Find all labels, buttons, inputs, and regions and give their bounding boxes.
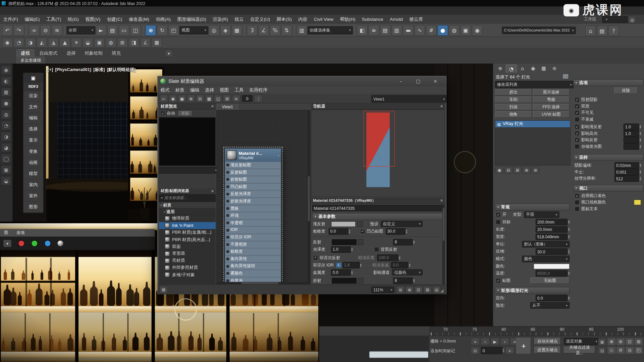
menu-item[interactable]: Substance	[359, 15, 386, 24]
select-by-name-icon[interactable]: ▤	[107, 25, 118, 36]
ribbon-toggle-icon[interactable]: ▬	[403, 25, 414, 36]
tab-modify[interactable]: ◔	[505, 64, 517, 72]
menu-item[interactable]: 猪云库	[406, 15, 426, 24]
mirror-icon[interactable]: ◧	[357, 25, 368, 36]
light-icon[interactable]: ◍	[106, 38, 116, 47]
tab-display[interactable]: ▦	[538, 65, 549, 72]
refract-color-swatch[interactable]	[332, 278, 356, 283]
pick-from-object-icon[interactable]: ◉	[169, 95, 177, 102]
tab-utilities[interactable]: ⊚	[549, 65, 560, 72]
rollout-basic-params[interactable]: 基本参数	[312, 213, 444, 220]
modifier-button[interactable]: FFD 选择	[533, 104, 570, 111]
no-map-button[interactable]: 无贴图	[530, 278, 570, 284]
select-and-move-icon[interactable]: ⊕	[145, 25, 156, 36]
node-slot[interactable]: 各向异性旋转	[225, 263, 281, 270]
rectangular-selection-region-icon[interactable]: ▭	[119, 25, 129, 36]
character-icon[interactable]: ◔	[13, 38, 24, 47]
zoom-level-dropdown[interactable]: 111%▾	[371, 287, 394, 293]
material-list-item[interactable]: 多维/子对象	[159, 271, 216, 278]
slate-menu-item[interactable]: 视图	[217, 86, 232, 94]
snaps-toggle-icon[interactable]: 3	[247, 25, 258, 36]
scene-explorer-icon[interactable]: ▤	[380, 25, 391, 36]
stack-item-vray-light[interactable]: ◍ VRay 灯光	[495, 121, 570, 127]
dock-icon[interactable]: ▣	[1, 165, 11, 174]
modifier-stack[interactable]: ◍ VRay 灯光	[495, 120, 571, 166]
tab-motion[interactable]: ◉	[528, 65, 538, 72]
menu-item[interactable]: Civil View	[311, 15, 337, 24]
rollout-viewport[interactable]: 视口	[573, 185, 644, 192]
pan-view-button[interactable]: ⊜	[616, 346, 625, 354]
curve-editor-icon[interactable]: ∿	[415, 25, 425, 36]
menu-item[interactable]: 文件(F)	[0, 15, 21, 24]
navigator-view-rect[interactable]	[364, 111, 395, 167]
modifier-list-dropdown[interactable]: 修改器列表▾	[495, 81, 574, 88]
modifier-button[interactable]: 弯曲	[533, 97, 570, 103]
material-list-item[interactable]: PBR 材质(高光反...)	[159, 236, 216, 243]
grid-icon[interactable]: ⊞	[117, 38, 128, 47]
add-time-tag[interactable]: 添加时间标记	[430, 348, 455, 354]
canvas-panel-tab[interactable]: 选项	[12, 230, 29, 236]
refract-map-button[interactable]	[358, 278, 364, 283]
node-slot[interactable]: 反射光泽度	[225, 191, 281, 198]
metalness-field[interactable]: 0.0	[331, 269, 351, 276]
preset-dropdown[interactable]: 自定义▾	[381, 221, 423, 227]
multiplier-field[interactable]: 30.0	[536, 248, 568, 255]
move-children-icon[interactable]: ▦	[205, 95, 213, 102]
node-slot[interactable]: 折射贴图	[225, 176, 281, 184]
view1-tab[interactable]: View1	[216, 104, 238, 110]
make-unique-icon[interactable]: ⊞	[514, 166, 522, 174]
key-filters-button[interactable]: 关键点过滤器...	[564, 346, 595, 353]
named-selection-dropdown[interactable]: 创建选择集▾	[308, 26, 353, 34]
green-color-swatch[interactable]	[31, 240, 38, 247]
light-type-dropdown[interactable]: 平面▾	[524, 212, 559, 218]
reflect-depth-field[interactable]: 8	[393, 239, 413, 245]
menu-item[interactable]: 工具(T)	[43, 15, 64, 24]
rollout-options[interactable]: 选项	[573, 79, 644, 86]
ribbon-subtab[interactable]: 多边形建模	[16, 57, 45, 64]
script-toolbar-button[interactable]: 室外	[23, 190, 43, 201]
script-toolbar-button[interactable]: 文件	[23, 102, 43, 113]
set-key-big-button[interactable]: +	[516, 338, 531, 354]
preview-type-dropdown[interactable]: ▾	[159, 167, 219, 174]
window-crossing-toggle-icon[interactable]: ◫	[130, 25, 141, 36]
script-toolbar-button[interactable]: 模型	[23, 168, 43, 179]
update-preview-button[interactable]: 更新	[178, 111, 192, 116]
select-and-link-icon[interactable]: ∞	[29, 25, 40, 36]
diffuse-color-swatch[interactable]	[331, 221, 356, 227]
spinner-snap-icon[interactable]: ⇅	[281, 25, 292, 36]
project-path-field[interactable]: C:\Users\Dell\Documents\3ds Max 2022▾	[502, 27, 576, 34]
node-slot[interactable]: 漫反射贴图	[225, 162, 281, 169]
length-field[interactable]: 20.0mm	[536, 226, 568, 233]
select-object-icon[interactable]: ►	[96, 25, 106, 36]
slate-menu-item[interactable]: 选择	[202, 86, 217, 94]
set-key-button[interactable]: 设置关键点	[534, 346, 560, 353]
terrain-icon[interactable]: ▲	[60, 38, 70, 47]
search-materials-input[interactable]: 按名称搜索...	[164, 195, 187, 201]
dock-icon[interactable]: ◯	[1, 154, 11, 163]
menu-item[interactable]: 视图(V)	[82, 15, 103, 24]
menu-item[interactable]: 内容	[295, 15, 311, 24]
next-key-button[interactable]: »	[505, 347, 514, 354]
zoom-extents-icon[interactable]: ⊞	[423, 286, 431, 293]
menu-item[interactable]: 自定义(U)	[247, 15, 273, 24]
viewport-menu-token[interactable]: [+][PhysCamera001][标准][默认明暗处理]	[48, 67, 138, 73]
material-id-icon[interactable]: ◫	[214, 95, 222, 102]
close-icon[interactable]: ✕	[440, 199, 443, 203]
params-scrollbar[interactable]	[442, 204, 445, 285]
selection-lock-toggle[interactable]: ⊠	[598, 338, 606, 346]
node-slot[interactable]: 凹凸贴图	[225, 183, 281, 191]
menu-item[interactable]: 编辑(E)	[21, 15, 43, 24]
blue-color-swatch[interactable]	[44, 240, 51, 247]
target-distance-field[interactable]: 200.0mm	[536, 219, 568, 226]
redo-icon[interactable]: ↷	[13, 25, 24, 36]
close-icon[interactable]: ×	[430, 77, 441, 85]
dock-icon[interactable]: ◍	[1, 110, 11, 119]
node-slot[interactable]: 不透明度	[225, 241, 281, 248]
put-to-library-icon[interactable]: ▣	[178, 95, 186, 102]
ribbon-tab[interactable]: 填充	[108, 50, 125, 57]
tab-create[interactable]: ⊕	[495, 65, 506, 72]
eye-icon[interactable]: ◉	[1, 65, 11, 75]
use-pivot-point-center-icon[interactable]: ◎	[209, 25, 219, 36]
rollout-sampling[interactable]: 采样	[573, 154, 644, 161]
menu-item[interactable]: 图形编辑器(D)	[174, 15, 210, 24]
